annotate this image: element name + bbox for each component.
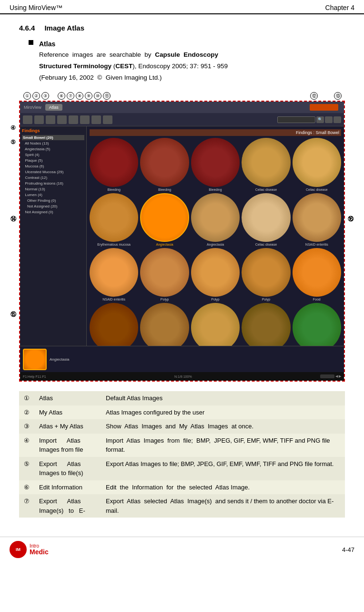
- toolbar-icon-6[interactable]: [80, 115, 90, 124]
- thumb-label-0: Bleeding: [108, 188, 121, 191]
- grid-cell-9[interactable]: NSAID enteritis: [293, 193, 341, 246]
- thumb-11: [140, 248, 189, 297]
- search-field-indicator: [310, 104, 338, 111]
- annotation-row-top: ① ② ③ ⑥ ⑦ ⑧ ⑨ ⑩ ⑪ ⑫ ⑬: [19, 92, 345, 100]
- sidebar-item-9[interactable]: Normal (13): [22, 187, 84, 192]
- thumb-label-2: Bleeding: [209, 188, 222, 191]
- sidebar-item-2[interactable]: Angiectasia (5): [22, 146, 84, 152]
- grid-cell-16[interactable]: Tumor: [140, 303, 189, 346]
- settings-button[interactable]: [334, 116, 341, 123]
- table-name-7: Export AtlasImage(s) to E-: [34, 494, 101, 518]
- table-name-1: Atlas: [34, 391, 101, 405]
- sidebar-item-11[interactable]: Other Finding (0): [22, 198, 84, 203]
- thumb-5: [90, 193, 138, 242]
- table-desc-7: Export Atlas selected Atlas Image(s) and…: [101, 494, 345, 518]
- sidebar-item-5[interactable]: Mucosa (6): [22, 164, 84, 169]
- grid-cell-12[interactable]: Polyp: [191, 248, 240, 301]
- sidebar-item-6[interactable]: Ulcerated Mucosa (29): [22, 169, 84, 175]
- grid-cell-0[interactable]: Bleeding: [90, 138, 138, 191]
- thumb-label-8: Celiac disease: [255, 243, 277, 246]
- grid-cell-11[interactable]: Polyp: [140, 248, 189, 301]
- grid-cell-6[interactable]: Angiectasia: [140, 193, 189, 246]
- nav-arrows: ◀ ▶: [335, 374, 341, 378]
- grid-cell-15[interactable]: Food: [90, 303, 138, 346]
- logo-circle: IM: [10, 541, 27, 558]
- grid-cell-18[interactable]: Erosion: [242, 303, 290, 346]
- table-name-6: Edit Information: [34, 480, 101, 495]
- table-desc-3: Show Atlas Images and My Atlas Images at…: [101, 419, 345, 434]
- num-9: ⑨: [85, 92, 92, 100]
- sidebar-item-4[interactable]: Plaque (5): [22, 158, 84, 163]
- sidebar-item-10[interactable]: Lumen (4): [22, 192, 84, 197]
- status-help: F1:Help F11:F1: [23, 375, 46, 378]
- table-row: ④ Import AtlasImages from file Import At…: [19, 434, 345, 457]
- table-desc-5: Export Atlas Images to file; BMP, JPEG, …: [101, 457, 345, 480]
- main-content: 4.6.4 Image Atlas Atlas Reference images…: [0, 14, 364, 527]
- zoom-slider[interactable]: [320, 374, 334, 378]
- status-info: N:1/8 100%: [174, 375, 192, 378]
- sidebar-item-7[interactable]: Contrast (12): [22, 175, 84, 180]
- sidebar-item-1[interactable]: All Nodes (13): [22, 141, 84, 146]
- grid-cell-4[interactable]: Celiac disease: [293, 138, 341, 191]
- num-12: ⑫: [310, 92, 318, 100]
- thumb-9: [293, 193, 341, 242]
- grid-cell-13[interactable]: Polyp: [242, 248, 290, 301]
- right-annotation-nums: ⑫ ⑬: [310, 92, 345, 100]
- sidebar-item-8[interactable]: Protruding lesions (16): [22, 181, 84, 186]
- screenshot-statusbar: F1:Help F11:F1 N:1/8 100% ◀ ▶: [20, 372, 344, 381]
- section-number: 4.6.4: [19, 24, 35, 32]
- grid-cell-3[interactable]: Celiac disease: [242, 138, 290, 191]
- table-row: ② My Atlas Atlas Images configured by th…: [19, 405, 345, 420]
- thumb-19: [293, 303, 341, 346]
- grid-cell-14[interactable]: Food: [293, 248, 341, 301]
- thumb-label-14: Food: [313, 298, 321, 301]
- table-num-7: ⑦: [19, 494, 34, 518]
- view-button[interactable]: [325, 116, 333, 123]
- num-8: ⑧: [76, 92, 83, 100]
- sidebar-item-0[interactable]: Small Bowel (20): [22, 135, 84, 140]
- table-num-6: ⑥: [19, 480, 34, 495]
- search-input-field[interactable]: [277, 116, 315, 123]
- grid-cell-17[interactable]: Tumor: [191, 303, 240, 346]
- num-3: ③: [41, 92, 49, 100]
- reference-table: ① Atlas Default Atlas Images ② My Atlas …: [19, 391, 345, 518]
- bullet-icon: [29, 40, 33, 45]
- thumb-16: [140, 303, 189, 346]
- section-heading: 4.6.4 Image Atlas: [19, 24, 345, 32]
- thumb-label-1: Bleeding: [158, 188, 171, 191]
- main-grid-area: Findings : Small Bowel Bleeding Bleeding: [87, 126, 344, 346]
- thumb-13: [242, 248, 290, 297]
- toolbar-icon-2[interactable]: [34, 115, 44, 124]
- atlas-tab[interactable]: Atlas: [45, 104, 62, 111]
- table-num-5: ⑤: [19, 457, 34, 480]
- sidebar-item-12[interactable]: Not Assigned (20): [22, 204, 84, 209]
- screenshot-topbar: MiroView Atlas: [20, 102, 344, 113]
- zoom-controls: ◀ ▶: [320, 374, 341, 378]
- grid-cell-8[interactable]: Celiac disease: [242, 193, 290, 246]
- toolbar-icon-1[interactable]: [23, 115, 32, 124]
- logo-medic: Medic: [30, 549, 49, 556]
- search-button[interactable]: 🔍: [316, 116, 324, 123]
- table-name-2: My Atlas: [34, 405, 101, 420]
- thumb-0: [90, 138, 138, 187]
- thumb-3: [242, 138, 290, 187]
- grid-cell-2[interactable]: Bleeding: [191, 138, 240, 191]
- toolbar-icon-3[interactable]: [46, 115, 55, 124]
- toolbar-icon-7[interactable]: [91, 115, 101, 124]
- grid-cell-7[interactable]: Angiectasia: [191, 193, 240, 246]
- toolbar-icon-8[interactable]: [103, 115, 112, 124]
- grid-cell-1[interactable]: Bleeding: [140, 138, 189, 191]
- grid-cell-19[interactable]: Erosion: [293, 303, 341, 346]
- bullet-para: Reference images are searchable by Capsu…: [39, 51, 228, 81]
- sidebar-item-13[interactable]: Not Assigned (0): [22, 209, 84, 215]
- table-row: ⑥ Edit Information Edit the Information …: [19, 480, 345, 495]
- side-label-14: ⑭: [10, 215, 16, 223]
- grid-cell-5[interactable]: Erythematous mucosa: [90, 193, 138, 246]
- grid-cell-10[interactable]: NSAID enteritis: [90, 248, 138, 301]
- toolbar-icon-4[interactable]: [57, 115, 67, 124]
- table-desc-2: Atlas Images configured by the user: [101, 405, 345, 420]
- side-label-15: ⑮: [10, 311, 16, 319]
- thumb-label-3: Celiac disease: [255, 188, 277, 191]
- sidebar-item-3[interactable]: Spirit (4): [22, 152, 84, 157]
- toolbar-icon-5[interactable]: [69, 115, 78, 124]
